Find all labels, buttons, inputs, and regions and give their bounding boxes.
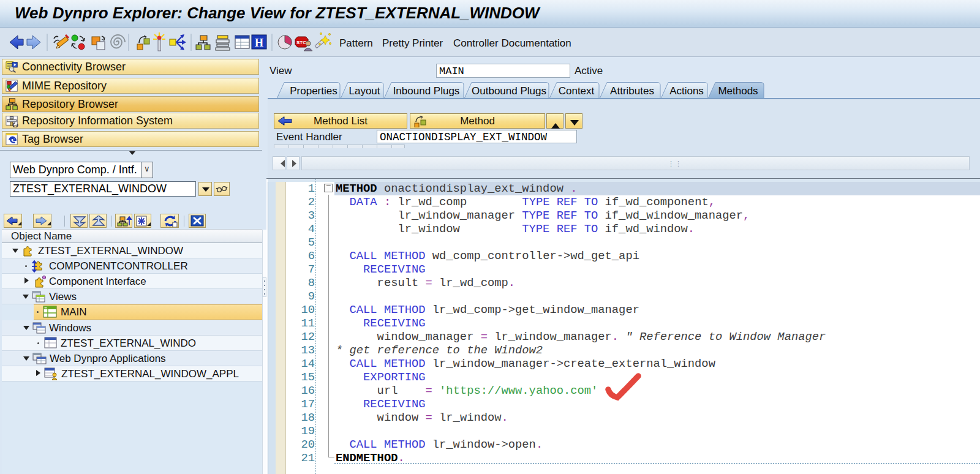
svg-text:H: H xyxy=(255,37,263,49)
svg-text:STC: STC xyxy=(296,40,306,45)
svg-text:Inbound Plugs: Inbound Plugs xyxy=(393,85,460,97)
svg-text:Methods: Methods xyxy=(718,85,758,97)
svg-text:Properties: Properties xyxy=(290,85,337,97)
svg-text:Outbound Plugs: Outbound Plugs xyxy=(472,85,546,97)
svg-text:Context: Context xyxy=(559,85,595,97)
svg-text:Actions: Actions xyxy=(669,85,704,97)
svg-text:Layout: Layout xyxy=(349,85,380,97)
svg-text:Attributes: Attributes xyxy=(610,85,654,97)
